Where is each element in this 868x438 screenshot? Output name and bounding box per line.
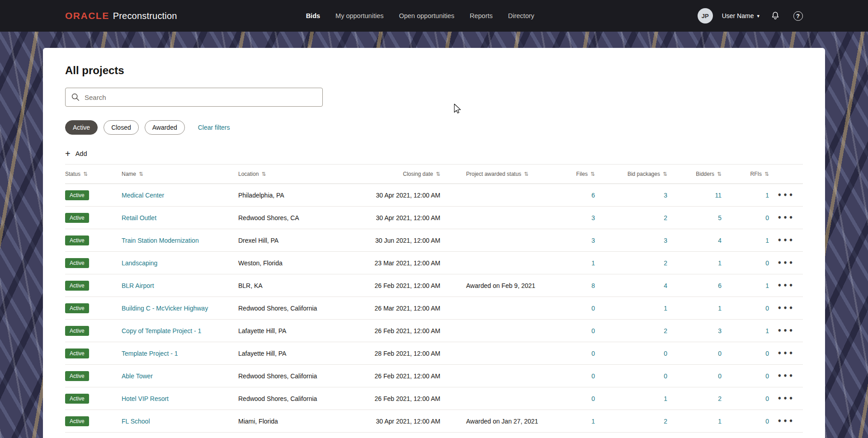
bidders-count-link[interactable]: 11 <box>715 192 722 199</box>
sort-icon[interactable]: ⇅ <box>663 171 667 177</box>
bidders-count-link[interactable]: 1 <box>718 418 722 425</box>
help-button[interactable]: ? <box>791 9 805 23</box>
bid-packages-count-link[interactable]: 3 <box>664 192 667 199</box>
bid-packages-count-link[interactable]: 4 <box>664 282 667 289</box>
filter-chip-closed[interactable]: Closed <box>104 120 139 135</box>
nav-item-bids[interactable]: Bids <box>306 12 320 19</box>
nav-item-my-opportunities[interactable]: My opportunities <box>335 12 383 19</box>
rfis-count-link[interactable]: 0 <box>765 305 769 312</box>
files-count-link[interactable]: 0 <box>591 350 595 357</box>
project-name-link[interactable]: Landscaping <box>122 259 157 267</box>
rfis-count-link[interactable]: 1 <box>765 327 769 334</box>
row-actions-button[interactable]: ••• <box>778 259 795 267</box>
files-count-link[interactable]: 0 <box>591 305 595 312</box>
row-actions-button[interactable]: ••• <box>778 372 795 380</box>
column-header-files[interactable]: Files ⇅ <box>552 171 595 177</box>
files-count-link[interactable]: 1 <box>591 418 595 425</box>
column-header-name[interactable]: Name ⇅ <box>122 171 238 177</box>
sort-icon[interactable]: ⇅ <box>717 171 722 177</box>
files-count-link[interactable]: 8 <box>591 282 595 289</box>
sort-icon[interactable]: ⇅ <box>139 171 143 177</box>
bidders-count-link[interactable]: 2 <box>718 395 722 402</box>
row-actions-button[interactable]: ••• <box>778 304 795 312</box>
bid-packages-count-link[interactable]: 0 <box>664 350 667 357</box>
notifications-button[interactable] <box>769 9 782 23</box>
project-name-link[interactable]: Copy of Template Project - 1 <box>122 327 201 334</box>
rfis-count-link[interactable]: 1 <box>765 192 769 199</box>
row-actions-button[interactable]: ••• <box>778 395 795 403</box>
files-count-link[interactable]: 0 <box>591 372 595 380</box>
project-name-link[interactable]: Able Tower <box>122 372 153 380</box>
row-actions-button[interactable]: ••• <box>778 191 795 199</box>
rfis-count-link[interactable]: 0 <box>765 395 769 402</box>
user-menu[interactable]: User Name ▾ <box>722 12 760 19</box>
nav-item-reports[interactable]: Reports <box>470 12 493 19</box>
column-header-bid-packages[interactable]: Bid packages ⇅ <box>595 171 667 177</box>
sort-icon[interactable]: ⇅ <box>83 171 88 177</box>
search-input[interactable] <box>65 88 323 107</box>
project-name-link[interactable]: Train Station Modernization <box>122 237 199 244</box>
bid-packages-count-link[interactable]: 2 <box>664 327 667 334</box>
rfis-count-link[interactable]: 0 <box>765 259 769 267</box>
nav-item-directory[interactable]: Directory <box>508 12 534 19</box>
bid-packages-count-link[interactable]: 0 <box>664 372 667 380</box>
filter-chip-awarded[interactable]: Awarded <box>145 120 185 135</box>
row-actions-button[interactable]: ••• <box>778 214 795 222</box>
product-name: Preconstruction <box>113 11 177 21</box>
files-count-link[interactable]: 1 <box>591 259 595 267</box>
user-avatar[interactable]: JP <box>698 8 713 24</box>
add-project-button[interactable]: + Add <box>65 149 87 158</box>
bid-packages-count-link[interactable]: 1 <box>664 305 667 312</box>
filter-chip-active[interactable]: Active <box>65 120 98 135</box>
bidders-count-link[interactable]: 6 <box>718 282 722 289</box>
row-actions-button[interactable]: ••• <box>778 236 795 245</box>
project-name-link[interactable]: Medical Center <box>122 192 164 199</box>
project-name-link[interactable]: Hotel VIP Resort <box>122 395 169 402</box>
row-actions-button[interactable]: ••• <box>778 349 795 358</box>
rfis-count-link[interactable]: 0 <box>765 372 769 380</box>
nav-item-open-opportunities[interactable]: Open opportunities <box>399 12 454 19</box>
column-header-closing-date[interactable]: Closing date ⇅ <box>369 171 446 177</box>
sort-icon[interactable]: ⇅ <box>261 171 266 177</box>
rfis-count-link[interactable]: 1 <box>765 237 769 244</box>
bid-packages-count-link[interactable]: 2 <box>664 418 667 425</box>
bidders-count-link[interactable]: 0 <box>718 372 722 380</box>
row-actions-button[interactable]: ••• <box>778 327 795 335</box>
project-name-link[interactable]: Retail Outlet <box>122 214 156 221</box>
rfis-count-link[interactable]: 0 <box>765 350 769 357</box>
sort-icon[interactable]: ⇅ <box>524 171 528 177</box>
bidders-count-link[interactable]: 1 <box>718 259 722 267</box>
files-count-link[interactable]: 3 <box>591 237 595 244</box>
column-header-awarded-status[interactable]: Project awarded status ⇅ <box>446 171 552 177</box>
project-name-link[interactable]: Template Project - 1 <box>122 350 178 357</box>
column-header-location[interactable]: Location ⇅ <box>238 171 369 177</box>
files-count-link[interactable]: 6 <box>591 192 595 199</box>
column-header-status[interactable]: Status ⇅ <box>65 171 122 177</box>
files-count-link[interactable]: 0 <box>591 327 595 334</box>
rfis-count-link[interactable]: 1 <box>765 282 769 289</box>
rfis-count-link[interactable]: 0 <box>765 418 769 425</box>
bidders-count-link[interactable]: 3 <box>718 327 722 334</box>
clear-filters-link[interactable]: Clear filters <box>198 124 230 131</box>
row-actions-button[interactable]: ••• <box>778 282 795 290</box>
sort-icon[interactable]: ⇅ <box>590 171 595 177</box>
row-actions-button[interactable]: ••• <box>778 417 795 425</box>
bid-packages-count-link[interactable]: 1 <box>664 395 667 402</box>
bidders-count-link[interactable]: 5 <box>718 214 722 221</box>
bid-packages-count-link[interactable]: 2 <box>664 259 667 267</box>
sort-icon[interactable]: ⇅ <box>764 171 769 177</box>
bid-packages-count-link[interactable]: 3 <box>664 237 667 244</box>
files-count-link[interactable]: 3 <box>591 214 595 221</box>
bidders-count-link[interactable]: 4 <box>718 237 722 244</box>
files-count-link[interactable]: 0 <box>591 395 595 402</box>
bidders-count-link[interactable]: 1 <box>718 305 722 312</box>
project-name-link[interactable]: Building C - McVicker Highway <box>122 305 208 312</box>
bid-packages-count-link[interactable]: 2 <box>664 214 667 221</box>
column-header-rfis[interactable]: RFIs ⇅ <box>722 171 769 177</box>
column-header-bidders[interactable]: Bidders ⇅ <box>667 171 722 177</box>
bidders-count-link[interactable]: 0 <box>718 350 722 357</box>
sort-icon[interactable]: ⇅ <box>436 171 440 177</box>
project-name-link[interactable]: FL School <box>122 418 150 425</box>
project-name-link[interactable]: BLR Airport <box>122 282 154 289</box>
rfis-count-link[interactable]: 0 <box>765 214 769 221</box>
